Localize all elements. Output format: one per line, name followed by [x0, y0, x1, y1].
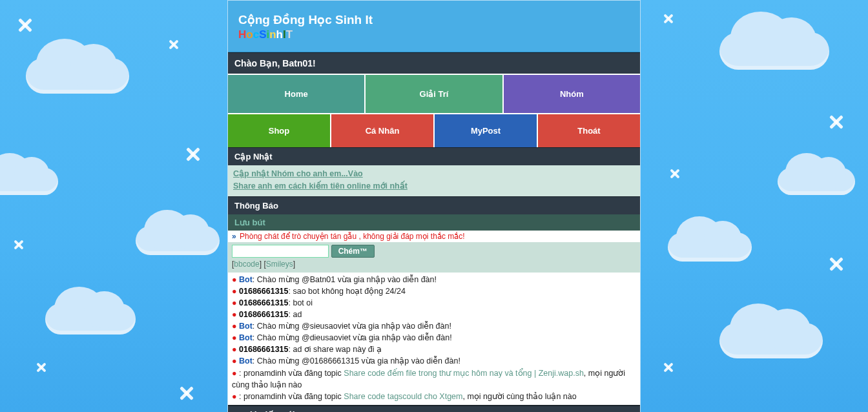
chat-dot-icon: ●: [232, 392, 239, 401]
chat-subheader: Lưu bút: [228, 214, 640, 231]
chat-line: ● 01686661315: bot oi: [232, 297, 636, 309]
chat-dot-icon: ●: [232, 333, 239, 342]
chat-dot-icon: ●: [232, 356, 239, 366]
nav-item-giải-trí[interactable]: Giải Trí: [366, 75, 503, 113]
chat-user: 01686661315: [239, 287, 288, 296]
chat-user: 01686661315: [239, 298, 288, 307]
chat-dot-icon: ●: [232, 322, 239, 331]
greeting-bar: Chào Bạn, Batn01!: [228, 52, 640, 74]
chat-line: ● : pronamdinh vừa đăng topic Share code…: [232, 391, 636, 402]
update-link[interactable]: Share anh em cách kiếm tiên online mới n…: [233, 181, 408, 191]
nav-item-shop[interactable]: Shop: [228, 114, 331, 147]
chat-user-bot: Bot: [239, 322, 253, 331]
chat-dot-icon: ●: [232, 369, 239, 378]
chat-topic-link[interactable]: Share code đếm file trong thư mục hôm na…: [344, 369, 584, 378]
update-panel: Cập nhật Nhóm cho anh em...VàoShare anh …: [228, 165, 640, 196]
chat-input[interactable]: [232, 245, 329, 258]
chat-line: ● Bot: Chào mừng @dieusaoviet vừa gia nh…: [232, 332, 636, 344]
chat-user: 01686661315: [239, 345, 288, 354]
chat-warning-text: Phòng chát để trò chuyện tán gẫu , không…: [240, 232, 465, 241]
chat-bbcode-link[interactable]: bbcode: [234, 260, 259, 269]
chat-dot-icon: ●: [232, 298, 239, 307]
chat-topic-link[interactable]: Share code tagscould cho Xtgem: [344, 392, 462, 401]
chat-user-bot: Bot: [239, 333, 253, 342]
nav-item-home[interactable]: Home: [228, 75, 366, 113]
chat-line: ● 01686661315: ad: [232, 309, 636, 320]
chat-line: ● 01686661315: ad ơi share wap này đi ạ: [232, 344, 636, 355]
chat-send-button[interactable]: Chém™: [331, 245, 375, 258]
site-title: Cộng Đồng Học Sinh It: [238, 12, 630, 27]
chat-user-bot: Bot: [239, 356, 253, 366]
site-logo-text: HocSinhIT: [238, 28, 630, 41]
chat-dot-icon: ●: [232, 287, 239, 296]
chat-dot-icon: ●: [232, 275, 239, 284]
chat-smileys-link[interactable]: Smileys: [266, 260, 293, 269]
nav-row-top: HomeGiải TríNhóm: [228, 74, 640, 113]
chat-warning: » Phòng chát để trò chuyện tán gẫu , khô…: [228, 231, 640, 242]
update-link[interactable]: Cập nhật Nhóm cho anh em...Vào: [233, 169, 363, 178]
chat-line: ● 01686661315: sao bot không hoạt động 2…: [232, 285, 636, 297]
chat-dot-icon: ●: [232, 310, 239, 319]
nav-item-thoát[interactable]: Thoát: [538, 114, 640, 147]
nav-item-cá-nhân[interactable]: Cá Nhân: [331, 114, 435, 147]
chat-log: ● Bot: Chào mừng @Batn01 vừa gia nhập và…: [228, 273, 640, 405]
nav-item-mypost[interactable]: MyPost: [435, 114, 538, 147]
chat-line: ● : pronamdinh vừa đăng topic Share code…: [232, 367, 636, 391]
nav-row-bottom: ShopCá NhânMyPostThoát: [228, 113, 640, 147]
nav-item-nhóm[interactable]: Nhóm: [504, 75, 640, 113]
site-header: Cộng Đồng Học Sinh It HocSinhIT: [228, 1, 640, 52]
chat-line: ● Bot: Chào mừng @01686661315 vừa gia nh…: [232, 355, 636, 367]
chat-line: ● Bot: Chào mừng @sieusaoviet vừa gia nh…: [232, 320, 636, 332]
new-posts-header: • Bài Viết Mới: [228, 405, 640, 412]
notice-title: Thông Báo: [228, 196, 640, 214]
chat-warning-arrow: »: [232, 232, 236, 241]
chat-helpers: [bbcode] [Smileys]: [232, 260, 636, 269]
chat-user: 01686661315: [239, 310, 288, 319]
main-column: Cộng Đồng Học Sinh It HocSinhIT Chào Bạn…: [227, 0, 641, 412]
chat-line: ● Bot: Chào mừng @Batn01 vừa gia nhập và…: [232, 274, 636, 285]
chat-input-row: Chém™ [bbcode] [Smileys]: [228, 242, 640, 273]
chat-dot-icon: ●: [232, 345, 239, 354]
update-title: Cập Nhật: [228, 147, 640, 165]
chat-user-bot: Bot: [239, 275, 253, 284]
